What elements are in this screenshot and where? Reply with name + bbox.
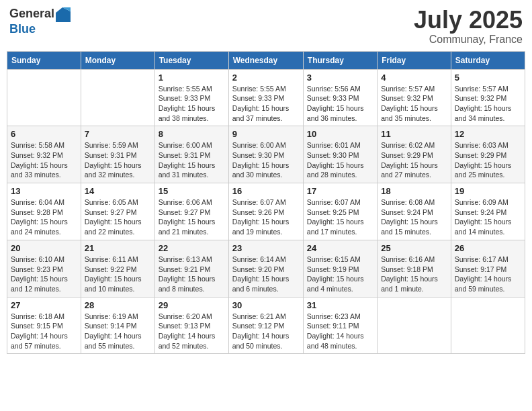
day-cell: 20Sunrise: 6:10 AMSunset: 9:23 PMDayligh…	[7, 240, 81, 297]
day-number: 20	[11, 243, 77, 253]
day-info: Sunrise: 6:21 AMSunset: 9:12 PMDaylight:…	[232, 312, 300, 351]
logo-blue: Blue	[9, 22, 36, 36]
day-info: Sunrise: 5:57 AMSunset: 9:32 PMDaylight:…	[381, 84, 447, 124]
day-info: Sunrise: 6:01 AMSunset: 9:30 PMDaylight:…	[307, 140, 373, 180]
day-number: 15	[159, 186, 225, 196]
day-cell: 27Sunrise: 6:18 AMSunset: 9:15 PMDayligh…	[7, 297, 81, 354]
day-info: Sunrise: 6:04 AMSunset: 9:28 PMDaylight:…	[11, 197, 77, 237]
header-tuesday: Tuesday	[154, 51, 228, 69]
day-cell: 24Sunrise: 6:15 AMSunset: 9:19 PMDayligh…	[303, 240, 377, 297]
day-cell: 16Sunrise: 6:07 AMSunset: 9:26 PMDayligh…	[228, 183, 303, 240]
day-info: Sunrise: 5:57 AMSunset: 9:32 PMDaylight:…	[455, 84, 521, 124]
day-cell: 5Sunrise: 5:57 AMSunset: 9:32 PMDaylight…	[451, 69, 525, 126]
day-number: 8	[159, 129, 225, 139]
day-info: Sunrise: 6:17 AMSunset: 9:17 PMDaylight:…	[455, 255, 521, 294]
day-cell: 31Sunrise: 6:23 AMSunset: 9:11 PMDayligh…	[303, 297, 377, 354]
day-number: 29	[159, 300, 225, 310]
day-info: Sunrise: 6:02 AMSunset: 9:29 PMDaylight:…	[381, 140, 447, 180]
day-info: Sunrise: 6:08 AMSunset: 9:24 PMDaylight:…	[381, 197, 447, 237]
day-cell: 29Sunrise: 6:20 AMSunset: 9:13 PMDayligh…	[154, 297, 228, 354]
day-number: 22	[159, 243, 225, 253]
day-info: Sunrise: 6:23 AMSunset: 9:11 PMDaylight:…	[307, 312, 373, 351]
day-cell: 26Sunrise: 6:17 AMSunset: 9:17 PMDayligh…	[451, 240, 525, 297]
day-info: Sunrise: 6:00 AMSunset: 9:31 PMDaylight:…	[159, 140, 225, 180]
day-cell: 4Sunrise: 5:57 AMSunset: 9:32 PMDaylight…	[378, 69, 451, 126]
day-info: Sunrise: 6:07 AMSunset: 9:26 PMDaylight:…	[232, 197, 300, 237]
day-info: Sunrise: 5:58 AMSunset: 9:32 PMDaylight:…	[11, 140, 77, 180]
week-row-4: 27Sunrise: 6:18 AMSunset: 9:15 PMDayligh…	[7, 297, 525, 354]
day-number: 30	[232, 300, 300, 310]
day-cell: 11Sunrise: 6:02 AMSunset: 9:29 PMDayligh…	[378, 126, 451, 183]
calendar-table: SundayMondayTuesdayWednesdayThursdayFrid…	[7, 51, 525, 355]
day-cell: 25Sunrise: 6:16 AMSunset: 9:18 PMDayligh…	[378, 240, 451, 297]
day-info: Sunrise: 6:14 AMSunset: 9:20 PMDaylight:…	[232, 255, 300, 294]
day-info: Sunrise: 6:05 AMSunset: 9:27 PMDaylight:…	[85, 197, 151, 237]
day-cell: 18Sunrise: 6:08 AMSunset: 9:24 PMDayligh…	[378, 183, 451, 240]
logo-general: General	[9, 7, 54, 20]
day-number: 5	[455, 73, 521, 83]
logo-text: General Blue	[9, 7, 71, 36]
day-cell: 3Sunrise: 5:56 AMSunset: 9:33 PMDaylight…	[303, 69, 377, 126]
logo-icon	[56, 7, 71, 22]
day-cell: 14Sunrise: 6:05 AMSunset: 9:27 PMDayligh…	[81, 183, 154, 240]
header-friday: Friday	[378, 51, 451, 69]
day-cell: 9Sunrise: 6:00 AMSunset: 9:30 PMDaylight…	[228, 126, 303, 183]
day-number: 18	[381, 186, 447, 196]
day-cell: 21Sunrise: 6:11 AMSunset: 9:22 PMDayligh…	[81, 240, 154, 297]
day-info: Sunrise: 6:15 AMSunset: 9:19 PMDaylight:…	[307, 255, 373, 294]
day-info: Sunrise: 6:11 AMSunset: 9:22 PMDaylight:…	[85, 255, 151, 294]
month-title: July 2025	[414, 7, 523, 34]
day-cell: 13Sunrise: 6:04 AMSunset: 9:28 PMDayligh…	[7, 183, 81, 240]
day-cell	[451, 297, 525, 354]
day-number: 14	[85, 186, 151, 196]
day-info: Sunrise: 5:56 AMSunset: 9:33 PMDaylight:…	[307, 84, 373, 124]
day-number: 4	[381, 73, 447, 83]
day-number: 25	[381, 243, 447, 253]
day-number: 23	[232, 243, 300, 253]
day-cell: 8Sunrise: 6:00 AMSunset: 9:31 PMDaylight…	[154, 126, 228, 183]
day-info: Sunrise: 6:19 AMSunset: 9:14 PMDaylight:…	[85, 312, 151, 351]
day-info: Sunrise: 6:06 AMSunset: 9:27 PMDaylight:…	[159, 197, 225, 237]
day-cell: 10Sunrise: 6:01 AMSunset: 9:30 PMDayligh…	[303, 126, 377, 183]
week-row-0: 1Sunrise: 5:55 AMSunset: 9:33 PMDaylight…	[7, 69, 525, 126]
day-number: 3	[307, 73, 373, 83]
page-header: General Blue July 2025 Communay, France	[7, 7, 525, 46]
day-number: 7	[85, 129, 151, 139]
header-sunday: Sunday	[7, 51, 81, 69]
day-cell: 28Sunrise: 6:19 AMSunset: 9:14 PMDayligh…	[81, 297, 154, 354]
day-number: 1	[159, 73, 225, 83]
day-number: 9	[232, 129, 300, 139]
day-cell: 23Sunrise: 6:14 AMSunset: 9:20 PMDayligh…	[228, 240, 303, 297]
day-cell	[81, 69, 154, 126]
header-wednesday: Wednesday	[228, 51, 303, 69]
day-number: 16	[232, 186, 300, 196]
day-number: 12	[455, 129, 521, 139]
day-cell	[378, 297, 451, 354]
day-number: 21	[85, 243, 151, 253]
day-cell: 7Sunrise: 5:59 AMSunset: 9:31 PMDaylight…	[81, 126, 154, 183]
day-number: 26	[455, 243, 521, 253]
day-info: Sunrise: 6:09 AMSunset: 9:24 PMDaylight:…	[455, 197, 521, 237]
logo: General Blue	[9, 7, 71, 36]
day-cell	[7, 69, 81, 126]
day-number: 2	[232, 73, 300, 83]
day-number: 6	[11, 129, 77, 139]
day-cell: 15Sunrise: 6:06 AMSunset: 9:27 PMDayligh…	[154, 183, 228, 240]
day-cell: 2Sunrise: 5:55 AMSunset: 9:33 PMDaylight…	[228, 69, 303, 126]
header-saturday: Saturday	[451, 51, 525, 69]
day-info: Sunrise: 6:07 AMSunset: 9:25 PMDaylight:…	[307, 197, 373, 237]
day-info: Sunrise: 6:00 AMSunset: 9:30 PMDaylight:…	[232, 140, 300, 180]
day-number: 17	[307, 186, 373, 196]
location-title: Communay, France	[414, 34, 523, 46]
day-info: Sunrise: 5:55 AMSunset: 9:33 PMDaylight:…	[159, 84, 225, 124]
day-number: 31	[307, 300, 373, 310]
day-cell: 12Sunrise: 6:03 AMSunset: 9:29 PMDayligh…	[451, 126, 525, 183]
day-info: Sunrise: 6:20 AMSunset: 9:13 PMDaylight:…	[159, 312, 225, 351]
header-thursday: Thursday	[303, 51, 377, 69]
day-info: Sunrise: 5:59 AMSunset: 9:31 PMDaylight:…	[85, 140, 151, 180]
day-info: Sunrise: 6:03 AMSunset: 9:29 PMDaylight:…	[455, 140, 521, 180]
calendar-header-row: SundayMondayTuesdayWednesdayThursdayFrid…	[7, 51, 525, 69]
day-number: 27	[11, 300, 77, 310]
day-info: Sunrise: 6:13 AMSunset: 9:21 PMDaylight:…	[159, 255, 225, 294]
day-number: 19	[455, 186, 521, 196]
